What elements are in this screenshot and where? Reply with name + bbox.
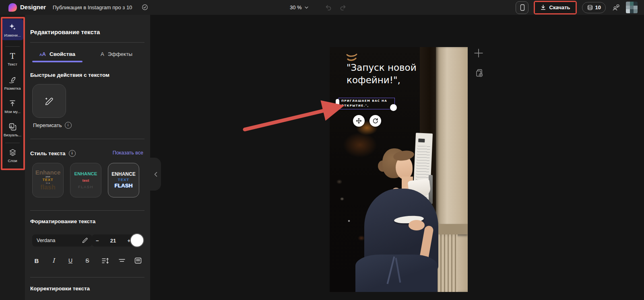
font-size-stepper: − 21 + — [92, 234, 134, 247]
left-rail: Измени... T Текст Разметка Мои му... Виз… — [0, 15, 25, 300]
tab-effects[interactable]: A Эффекты — [101, 49, 132, 59]
style-text: ENHANCE — [111, 172, 135, 177]
download-icon — [540, 4, 546, 10]
info-icon[interactable]: i — [69, 150, 76, 157]
info-icon[interactable]: i — [65, 122, 72, 129]
text-color-swatch[interactable] — [131, 234, 143, 247]
sidebar-item-label: Разметка — [2, 86, 23, 90]
line-spacing-button[interactable] — [100, 255, 110, 266]
selected-text-line: ПРИГЛАШАЕМ ВАС НА — [341, 99, 387, 104]
avatar[interactable] — [626, 2, 638, 13]
upload-icon — [2, 99, 23, 108]
tab-label: Эффекты — [108, 51, 132, 57]
sparkle-icon — [2, 22, 23, 32]
sidebar-item-label: Визуаль... — [2, 133, 23, 137]
style-card-3[interactable]: ENHANCE TEXT FLASH — [108, 163, 139, 197]
design-artboard[interactable]: "Запуск новой кофейни!", — [330, 47, 468, 292]
collapse-panel-button[interactable] — [150, 158, 161, 191]
style-text: Enhance — [35, 169, 61, 176]
tab-properties[interactable]: AA Свойства — [39, 49, 75, 59]
pencil-icon — [82, 238, 88, 243]
font-size-value[interactable]: 21 — [110, 238, 116, 244]
active-tab-underline — [32, 61, 83, 62]
add-page-button[interactable] — [474, 48, 483, 58]
bold-button[interactable]: B — [31, 255, 42, 266]
divider — [30, 277, 144, 277]
strikethrough-button[interactable]: S — [82, 255, 93, 266]
formatting-title: Форматирование текста — [30, 218, 95, 224]
topbar-actions: Скачать 10 — [516, 0, 638, 15]
show-all-link[interactable]: Показать все — [113, 150, 143, 156]
sidebar-item-visuals[interactable]: Визуаль... — [2, 122, 23, 137]
download-label: Скачать — [549, 4, 570, 10]
font-properties-icon: AA — [39, 51, 46, 57]
text-style-row: Стиль текста i — [30, 150, 76, 157]
sidebar-item-markup[interactable]: Разметка — [2, 75, 23, 90]
undo-icon[interactable] — [324, 4, 332, 12]
move-icon — [356, 118, 362, 124]
style-text: FLASH — [115, 183, 133, 189]
style-text: flash — [40, 184, 55, 191]
device-preview-button[interactable] — [516, 1, 528, 14]
sidebar-item-label: Измени... — [2, 33, 23, 37]
designer-app: Designer Публикация в Instagram про з 10… — [0, 0, 644, 300]
saved-cloud-icon — [142, 4, 148, 10]
rotate-handle-button[interactable] — [369, 115, 381, 127]
share-button[interactable] — [611, 3, 621, 12]
align-button[interactable] — [117, 255, 127, 266]
style-text: TEXT — [42, 178, 53, 182]
rewrite-label: Переписать — [33, 122, 62, 128]
text-icon: T — [2, 51, 23, 61]
tab-label: Свойства — [50, 51, 75, 57]
underline-button[interactable]: U — [65, 255, 76, 266]
style-text: ENHANCE — [74, 171, 97, 176]
selection-corner-handle[interactable] — [390, 104, 397, 111]
document-title[interactable]: Публикация в Instagram про з 10 — [53, 4, 132, 10]
zoom-control[interactable]: 30 % — [290, 0, 308, 15]
sidebar-item-text[interactable]: T Текст — [2, 51, 23, 66]
sidebar-item-my-media[interactable]: Мои му... — [2, 99, 23, 114]
duplicate-icon — [475, 69, 484, 78]
divider — [30, 139, 144, 139]
text-editing-panel: Редактирование текста AA Свойства A Эффе… — [25, 15, 150, 300]
selected-text-box[interactable]: ПРИГЛАШАЕМ ВАС НА ОТКРЫТИЕ.", — [339, 98, 395, 109]
redo-icon[interactable] — [339, 4, 347, 12]
person-feedback-icon — [612, 4, 620, 11]
style-card-2[interactable]: ENHANCE text FLASH — [70, 163, 101, 197]
rewrite-label-row: Переписать i — [33, 122, 72, 129]
chevron-down-icon — [305, 6, 308, 9]
canvas-area[interactable]: "Запуск новой кофейни!", ПРИГЛАШАЕМ ВАС … — [150, 15, 644, 300]
sidebar-item-layers[interactable]: Слои — [2, 148, 23, 163]
increase-size-button[interactable]: + — [127, 238, 130, 244]
rewrite-action-card[interactable] — [32, 84, 66, 118]
app-name: Designer — [20, 4, 46, 10]
heading-line: кофейни!", — [347, 74, 439, 86]
download-button[interactable]: Скачать — [535, 2, 576, 13]
text-box-button[interactable] — [133, 255, 143, 266]
sidebar-item-label: Мои му... — [2, 109, 23, 114]
style-text: TEXT — [118, 178, 129, 182]
canvas-heading-text[interactable]: "Запуск новой кофейни!", — [347, 62, 439, 86]
layers-icon — [2, 148, 23, 157]
font-name: Verdana — [37, 238, 56, 243]
font-selector[interactable]: Verdana — [32, 234, 92, 247]
designer-logo-icon[interactable] — [8, 3, 17, 12]
rewrite-pen-sparkle-icon — [43, 95, 55, 107]
divider — [30, 42, 144, 43]
credits-pill[interactable]: 10 — [582, 2, 606, 13]
heading-line: "Запуск новой — [347, 62, 439, 74]
quick-actions-title: Быстрые действия с текстом — [30, 72, 109, 78]
style-card-1[interactable]: Enhance your TEXT in a flash — [32, 163, 64, 197]
style-cards: Enhance your TEXT in a flash ENHANCE tex… — [32, 163, 139, 197]
decrease-size-button[interactable]: − — [96, 238, 99, 244]
duplicate-page-button[interactable] — [475, 68, 484, 78]
sidebar-item-label: Слои — [2, 158, 23, 163]
rotate-icon — [372, 118, 378, 124]
move-handle-button[interactable] — [353, 115, 365, 127]
italic-button[interactable]: I — [48, 255, 59, 266]
selection-side-handle[interactable] — [336, 99, 339, 107]
pen-icon — [2, 75, 23, 85]
sidebar-item-edit[interactable]: Измени... — [2, 19, 23, 40]
divider — [30, 210, 144, 211]
credits-count: 10 — [595, 4, 601, 10]
